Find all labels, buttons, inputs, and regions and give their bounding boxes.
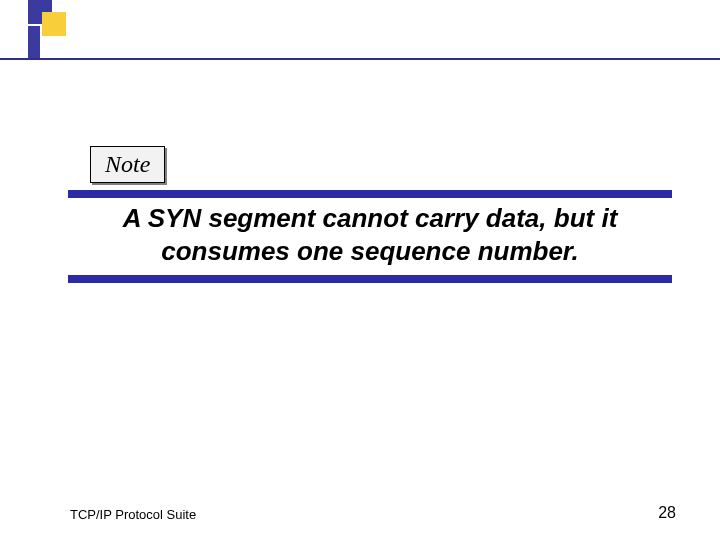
note-label: Note [105,151,150,177]
logo-yellow-square [42,12,66,36]
footer-title: TCP/IP Protocol Suite [70,507,196,522]
page-number: 28 [658,504,676,522]
slide-logo [28,0,68,58]
statement-text: A SYN segment cannot carry data, but it … [78,202,662,267]
header-rule [0,58,720,60]
note-label-box: Note [90,146,165,183]
statement-block: A SYN segment cannot carry data, but it … [68,190,672,283]
logo-blue-bar [28,26,40,58]
